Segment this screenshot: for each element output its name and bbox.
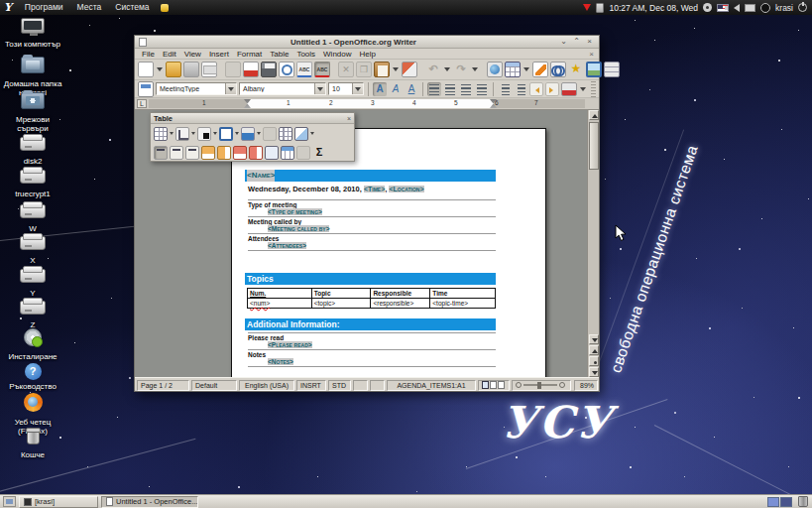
- status-zoom-percent[interactable]: 89%: [574, 380, 598, 391]
- font-dropdown-button[interactable]: [314, 83, 325, 94]
- delete-row-icon[interactable]: [233, 146, 247, 160]
- chevron-down-icon[interactable]: [235, 132, 239, 135]
- new-document-icon[interactable]: [138, 62, 154, 77]
- desktop-icon-w[interactable]: W: [0, 204, 65, 233]
- insert-column-icon[interactable]: [217, 146, 231, 160]
- font-name-combo[interactable]: Albany: [239, 82, 326, 95]
- paste-icon[interactable]: [374, 62, 390, 77]
- next-page-button[interactable]: [589, 367, 599, 377]
- status-language[interactable]: English (USA): [239, 380, 294, 391]
- align-center-vertical-icon[interactable]: [170, 146, 183, 160]
- time-placeholder[interactable]: <Time>: [364, 186, 385, 192]
- notes-placeholder[interactable]: <Notes>: [268, 358, 293, 365]
- borders-icon[interactable]: [219, 127, 233, 141]
- cut-icon[interactable]: ✕: [338, 62, 354, 77]
- zoom-track[interactable]: [523, 384, 557, 386]
- workspace-switcher[interactable]: [767, 497, 792, 507]
- please-read-placeholder[interactable]: <Please read>: [268, 341, 312, 348]
- decrease-indent-icon[interactable]: [529, 82, 543, 96]
- maximize-button[interactable]: ⌃: [571, 37, 582, 47]
- topic-cell[interactable]: <topic>: [311, 299, 371, 309]
- mail-applet-icon[interactable]: [745, 4, 755, 12]
- menu-places[interactable]: Места: [70, 0, 109, 15]
- zoom-slider[interactable]: [512, 380, 571, 391]
- table-dropdown-icon[interactable]: [523, 67, 529, 71]
- zoom-out-icon[interactable]: [516, 382, 522, 388]
- previous-page-button[interactable]: [589, 345, 599, 355]
- type-of-meeting-placeholder[interactable]: <Type of meeting>: [268, 208, 322, 215]
- delete-column-icon[interactable]: [249, 146, 263, 160]
- meeting-called-by-placeholder[interactable]: <Meeting called by>: [268, 225, 329, 232]
- bullet-list-icon[interactable]: [514, 82, 527, 96]
- menu-edit[interactable]: Edit: [159, 50, 180, 59]
- desktop-icon-truecrypt1[interactable]: truecrypt1: [0, 170, 65, 198]
- font-size-combo[interactable]: 10: [328, 82, 364, 95]
- autoformat-icon[interactable]: [281, 146, 294, 160]
- book-view-icon[interactable]: [498, 381, 505, 389]
- insert-table-icon[interactable]: [505, 62, 521, 77]
- open-icon[interactable]: [166, 62, 181, 77]
- auto-spellcheck-icon[interactable]: ABC: [314, 62, 330, 77]
- update-notifier-icon[interactable]: [583, 4, 591, 11]
- undo-dropdown-icon[interactable]: [444, 67, 450, 71]
- edit-mode-icon[interactable]: [225, 62, 241, 77]
- align-left-button[interactable]: [427, 82, 441, 96]
- size-dropdown-button[interactable]: [352, 83, 363, 94]
- taskbar-item-writer[interactable]: Untitled 1 - OpenOffice...: [101, 496, 198, 508]
- menu-applications[interactable]: Програми: [18, 0, 70, 15]
- redo-dropdown-icon[interactable]: [472, 67, 478, 71]
- merge-cells-icon[interactable]: [263, 127, 277, 141]
- view-layout-buttons[interactable]: [478, 380, 510, 391]
- find-replace-icon[interactable]: [550, 62, 566, 77]
- data-sources-icon[interactable]: [604, 62, 620, 77]
- table-properties-icon[interactable]: [265, 146, 279, 160]
- document-close-icon[interactable]: ×: [589, 50, 596, 59]
- optimize-icon[interactable]: [294, 127, 308, 141]
- taskbar-item-krasi[interactable]: [krasi]: [19, 496, 98, 508]
- gear-icon[interactable]: [703, 3, 712, 12]
- agenda-name-bar[interactable]: <Name>: [245, 170, 496, 182]
- single-page-view-icon[interactable]: [482, 381, 489, 389]
- menu-tools[interactable]: Tools: [292, 50, 319, 59]
- page-preview-icon[interactable]: [279, 62, 294, 77]
- desktop-icon-computer[interactable]: Този компютър: [0, 18, 65, 49]
- trash-applet-icon[interactable]: [798, 496, 808, 507]
- topics-table[interactable]: Num. Topic Responsible Time <num> <topic…: [247, 288, 496, 309]
- menu-file[interactable]: File: [138, 50, 159, 59]
- sum-icon[interactable]: Σ: [312, 146, 326, 160]
- increase-indent-icon[interactable]: [545, 82, 559, 96]
- menu-help[interactable]: Help: [356, 50, 380, 59]
- paste-dropdown-icon[interactable]: [393, 67, 399, 71]
- close-button[interactable]: ×: [584, 37, 595, 47]
- document-page[interactable]: <Name> Wednesday, December 08, 2010, <Ti…: [231, 128, 546, 377]
- status-cell-reference[interactable]: AGENDA_ITEMS1:A1: [387, 380, 476, 391]
- meta-row[interactable]: Meeting called by <Meeting called by>: [248, 216, 496, 233]
- redo-icon[interactable]: ↷: [453, 62, 469, 77]
- clock[interactable]: 10:27 AM, Dec 08, Wed: [609, 3, 698, 13]
- scrollbar-thumb[interactable]: [589, 122, 599, 170]
- align-right-button[interactable]: [459, 82, 473, 96]
- desktop-icon-installer[interactable]: Инсталиране: [0, 328, 65, 361]
- menu-window[interactable]: Window: [319, 50, 355, 59]
- gallery-icon[interactable]: [586, 62, 602, 77]
- distro-logo-icon[interactable]: Ү: [4, 1, 12, 14]
- save-icon[interactable]: [183, 62, 199, 77]
- italic-button[interactable]: A: [389, 82, 403, 96]
- scroll-up-button[interactable]: [589, 110, 599, 120]
- split-cells-icon[interactable]: [279, 127, 292, 141]
- menu-insert[interactable]: Insert: [205, 50, 233, 59]
- quickstarter-icon[interactable]: [161, 4, 169, 12]
- meta-row[interactable]: Please read <Please read>: [248, 332, 496, 349]
- status-insert-mode[interactable]: INSRT: [296, 380, 326, 391]
- menu-format[interactable]: Format: [233, 50, 266, 59]
- num-cell[interactable]: <num>: [250, 300, 270, 307]
- status-page-style[interactable]: Default: [191, 380, 237, 391]
- titlebar[interactable]: Untitled 1 - OpenOffice.org Writer ⌄ ⌃ ×: [135, 36, 599, 49]
- agenda-date-line[interactable]: Wednesday, December 08, 2010, <Time>, <L…: [248, 185, 496, 193]
- scroll-down-button[interactable]: [589, 334, 599, 344]
- meta-row[interactable]: Type of meeting <Type of meeting>: [248, 199, 496, 216]
- zoom-knob[interactable]: [537, 382, 541, 389]
- style-dropdown-button[interactable]: [225, 83, 236, 94]
- table-toolbar-close-icon[interactable]: ×: [347, 115, 351, 122]
- highlight-color-icon[interactable]: [561, 82, 577, 96]
